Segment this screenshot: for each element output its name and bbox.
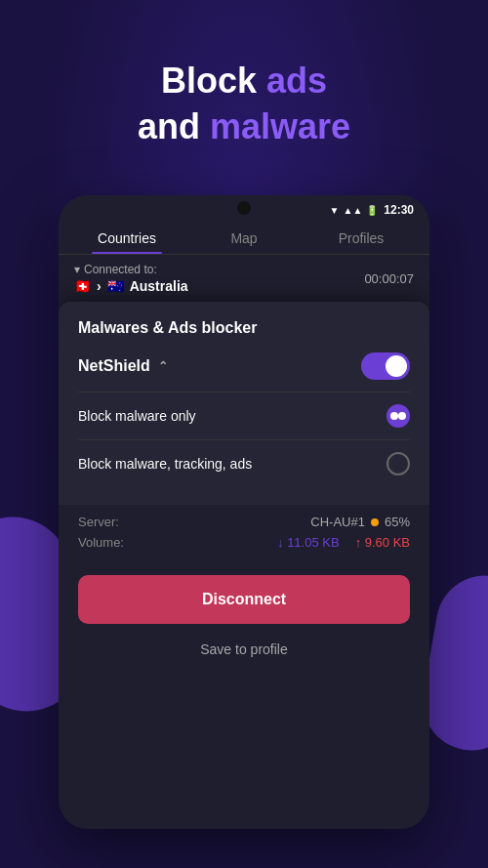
arrow-icon: › — [97, 278, 102, 294]
tab-countries[interactable]: Countries — [68, 221, 185, 254]
hero-ads-highlight: ads — [266, 61, 327, 101]
tab-bar: Countries Map Profiles — [59, 221, 429, 255]
hero-malware-highlight: malware — [210, 106, 350, 146]
radio-inner-dot — [390, 412, 398, 420]
camera-notch — [237, 201, 251, 215]
tab-map[interactable]: Map — [185, 221, 303, 254]
disconnect-button[interactable]: Disconnect — [78, 575, 410, 624]
volume-row: Volume: ↓ 11.05 KB ↑ 9.60 KB — [78, 535, 410, 550]
netshield-chevron-icon[interactable]: ⌃ — [158, 359, 168, 373]
netshield-toggle[interactable] — [361, 352, 410, 380]
volume-label: Volume: — [78, 535, 124, 550]
phone-frame: ▼ ▲▲ 🔋 12:30 Countries Map Profiles ▾ Co… — [59, 195, 429, 829]
hero-line2: and malware — [138, 106, 350, 146]
connected-label: ▾ Connected to: — [74, 263, 188, 276]
battery-icon: 🔋 — [366, 205, 378, 216]
tab-profiles[interactable]: Profiles — [303, 221, 420, 254]
signal-icon: ▼ — [330, 205, 340, 216]
country-name: Australia — [130, 278, 188, 294]
connection-timer: 00:00:07 — [364, 271, 414, 286]
block-tracking-ads-radio[interactable] — [386, 452, 410, 475]
server-value: CH-AU#1 65% — [310, 515, 410, 529]
flag-to: 🇦🇺 — [107, 278, 124, 294]
malware-blocker-panel: Malwares & Ads blocker NetShield ⌃ Block… — [59, 302, 429, 505]
connected-info: ▾ Connected to: 🇨🇭 › 🇦🇺 Australia — [74, 263, 188, 294]
hero-section: Block ads and malware — [0, 59, 488, 150]
popup-title: Malwares & Ads blocker — [78, 319, 410, 337]
load-indicator — [371, 518, 379, 526]
server-label: Server: — [78, 515, 119, 529]
chevron-down-icon: ▾ — [74, 263, 80, 276]
hero-line1: Block ads — [161, 61, 327, 101]
block-malware-only-radio[interactable] — [386, 404, 410, 428]
block-malware-only-option[interactable]: Block malware only — [78, 392, 410, 439]
server-section: Server: CH-AU#1 65% Volume: ↓ 11.05 KB ↑… — [59, 505, 429, 559]
clock: 12:30 — [384, 203, 414, 217]
status-icons: ▼ ▲▲ 🔋 — [330, 205, 379, 216]
netshield-row: NetShield ⌃ — [78, 352, 410, 380]
block-malware-tracking-ads-option[interactable]: Block malware, tracking, ads — [78, 439, 410, 487]
connected-flags: 🇨🇭 › 🇦🇺 Australia — [74, 278, 188, 294]
upload-volume: ↑ 9.60 KB — [355, 535, 410, 550]
wifi-icon: ▲▲ — [344, 205, 363, 216]
volume-values: ↓ 11.05 KB ↑ 9.60 KB — [277, 535, 410, 550]
server-row: Server: CH-AU#1 65% — [78, 515, 410, 529]
netshield-label: NetShield ⌃ — [78, 357, 168, 375]
save-to-profile-link[interactable]: Save to profile — [59, 632, 429, 673]
download-volume: ↓ 11.05 KB — [277, 535, 340, 550]
flag-from: 🇨🇭 — [74, 278, 91, 294]
hero-title: Block ads and malware — [0, 59, 488, 150]
connected-row: ▾ Connected to: 🇨🇭 › 🇦🇺 Australia 00:00:… — [59, 255, 429, 302]
